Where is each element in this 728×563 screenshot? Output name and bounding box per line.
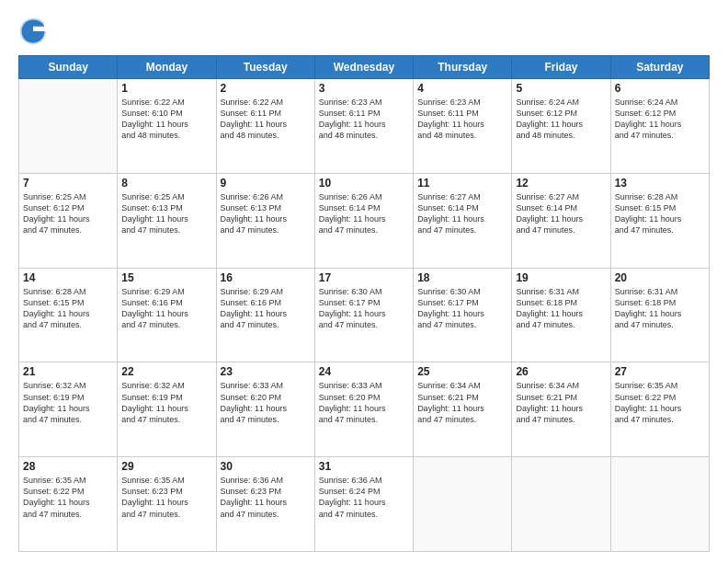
cell-info: Sunrise: 6:36 AM Sunset: 6:23 PM Dayligh…	[221, 475, 311, 520]
calendar-week-2: 7Sunrise: 6:25 AM Sunset: 6:12 PM Daylig…	[19, 173, 710, 268]
day-number: 23	[221, 365, 311, 378]
calendar-cell: 8Sunrise: 6:25 AM Sunset: 6:13 PM Daylig…	[118, 173, 216, 268]
calendar-cell	[610, 457, 709, 552]
cell-info: Sunrise: 6:23 AM Sunset: 6:11 PM Dayligh…	[417, 97, 507, 142]
calendar-cell: 9Sunrise: 6:26 AM Sunset: 6:13 PM Daylig…	[216, 173, 314, 268]
calendar-cell: 29Sunrise: 6:35 AM Sunset: 6:23 PM Dayli…	[118, 457, 216, 552]
day-number: 25	[417, 365, 507, 378]
calendar-week-3: 14Sunrise: 6:28 AM Sunset: 6:15 PM Dayli…	[19, 268, 710, 362]
day-number: 19	[516, 271, 606, 284]
calendar-cell: 18Sunrise: 6:30 AM Sunset: 6:17 PM Dayli…	[414, 268, 512, 362]
calendar-cell: 23Sunrise: 6:33 AM Sunset: 6:20 PM Dayli…	[216, 362, 314, 457]
day-number: 22	[121, 365, 211, 378]
calendar-table: SundayMondayTuesdayWednesdayThursdayFrid…	[18, 55, 710, 552]
cell-info: Sunrise: 6:32 AM Sunset: 6:19 PM Dayligh…	[121, 380, 211, 425]
day-number: 31	[319, 460, 409, 473]
cell-info: Sunrise: 6:35 AM Sunset: 6:22 PM Dayligh…	[23, 475, 113, 520]
day-number: 13	[615, 177, 705, 190]
logo-icon	[18, 17, 48, 46]
calendar-cell: 20Sunrise: 6:31 AM Sunset: 6:18 PM Dayli…	[610, 268, 709, 362]
calendar-cell	[512, 457, 610, 552]
calendar-cell: 28Sunrise: 6:35 AM Sunset: 6:22 PM Dayli…	[19, 457, 118, 552]
day-number: 1	[121, 82, 211, 95]
day-header-sunday: Sunday	[19, 56, 118, 79]
cell-info: Sunrise: 6:30 AM Sunset: 6:17 PM Dayligh…	[417, 286, 507, 331]
cell-info: Sunrise: 6:31 AM Sunset: 6:18 PM Dayligh…	[516, 286, 606, 331]
day-header-monday: Monday	[118, 56, 216, 79]
calendar-cell: 4Sunrise: 6:23 AM Sunset: 6:11 PM Daylig…	[414, 79, 512, 174]
page: SundayMondayTuesdayWednesdayThursdayFrid…	[0, 0, 728, 563]
cell-info: Sunrise: 6:36 AM Sunset: 6:24 PM Dayligh…	[319, 475, 409, 520]
cell-info: Sunrise: 6:35 AM Sunset: 6:22 PM Dayligh…	[615, 380, 705, 425]
calendar-cell: 16Sunrise: 6:29 AM Sunset: 6:16 PM Dayli…	[216, 268, 314, 362]
calendar-cell: 30Sunrise: 6:36 AM Sunset: 6:23 PM Dayli…	[216, 457, 314, 552]
cell-info: Sunrise: 6:34 AM Sunset: 6:21 PM Dayligh…	[516, 380, 606, 425]
calendar-cell: 24Sunrise: 6:33 AM Sunset: 6:20 PM Dayli…	[314, 362, 413, 457]
header	[18, 17, 710, 46]
day-number: 7	[23, 177, 113, 190]
cell-info: Sunrise: 6:27 AM Sunset: 6:14 PM Dayligh…	[516, 191, 606, 236]
calendar-cell: 7Sunrise: 6:25 AM Sunset: 6:12 PM Daylig…	[19, 173, 118, 268]
header-row: SundayMondayTuesdayWednesdayThursdayFrid…	[19, 56, 710, 79]
day-number: 4	[417, 82, 507, 95]
calendar-cell: 26Sunrise: 6:34 AM Sunset: 6:21 PM Dayli…	[512, 362, 610, 457]
calendar-cell: 27Sunrise: 6:35 AM Sunset: 6:22 PM Dayli…	[610, 362, 709, 457]
day-number: 26	[516, 365, 606, 378]
cell-info: Sunrise: 6:30 AM Sunset: 6:17 PM Dayligh…	[319, 286, 409, 331]
day-number: 21	[23, 365, 113, 378]
cell-info: Sunrise: 6:22 AM Sunset: 6:11 PM Dayligh…	[221, 97, 311, 142]
calendar-cell: 13Sunrise: 6:28 AM Sunset: 6:15 PM Dayli…	[610, 173, 709, 268]
cell-info: Sunrise: 6:29 AM Sunset: 6:16 PM Dayligh…	[221, 286, 311, 331]
day-number: 3	[319, 82, 409, 95]
calendar-cell	[19, 79, 118, 174]
calendar-cell: 21Sunrise: 6:32 AM Sunset: 6:19 PM Dayli…	[19, 362, 118, 457]
day-number: 24	[319, 365, 409, 378]
day-number: 12	[516, 177, 606, 190]
day-number: 17	[319, 271, 409, 284]
calendar-cell	[414, 457, 512, 552]
day-number: 15	[121, 271, 211, 284]
day-header-saturday: Saturday	[610, 56, 709, 79]
cell-info: Sunrise: 6:25 AM Sunset: 6:12 PM Dayligh…	[23, 191, 113, 236]
calendar-cell: 3Sunrise: 6:23 AM Sunset: 6:11 PM Daylig…	[314, 79, 413, 174]
day-number: 9	[221, 177, 311, 190]
logo	[18, 17, 53, 46]
day-header-tuesday: Tuesday	[216, 56, 314, 79]
day-number: 10	[319, 177, 409, 190]
calendar-cell: 22Sunrise: 6:32 AM Sunset: 6:19 PM Dayli…	[118, 362, 216, 457]
day-number: 18	[417, 271, 507, 284]
calendar-cell: 31Sunrise: 6:36 AM Sunset: 6:24 PM Dayli…	[314, 457, 413, 552]
calendar-cell: 10Sunrise: 6:26 AM Sunset: 6:14 PM Dayli…	[314, 173, 413, 268]
day-number: 16	[221, 271, 311, 284]
calendar-cell: 6Sunrise: 6:24 AM Sunset: 6:12 PM Daylig…	[610, 79, 709, 174]
calendar-cell: 5Sunrise: 6:24 AM Sunset: 6:12 PM Daylig…	[512, 79, 610, 174]
cell-info: Sunrise: 6:23 AM Sunset: 6:11 PM Dayligh…	[319, 97, 409, 142]
cell-info: Sunrise: 6:33 AM Sunset: 6:20 PM Dayligh…	[319, 380, 409, 425]
day-number: 14	[23, 271, 113, 284]
day-number: 28	[23, 460, 113, 473]
cell-info: Sunrise: 6:35 AM Sunset: 6:23 PM Dayligh…	[121, 475, 211, 520]
cell-info: Sunrise: 6:24 AM Sunset: 6:12 PM Dayligh…	[615, 97, 705, 142]
day-number: 5	[516, 82, 606, 95]
cell-info: Sunrise: 6:34 AM Sunset: 6:21 PM Dayligh…	[417, 380, 507, 425]
cell-info: Sunrise: 6:28 AM Sunset: 6:15 PM Dayligh…	[615, 191, 705, 236]
cell-info: Sunrise: 6:28 AM Sunset: 6:15 PM Dayligh…	[23, 286, 113, 331]
day-number: 2	[221, 82, 311, 95]
calendar-week-1: 1Sunrise: 6:22 AM Sunset: 6:10 PM Daylig…	[19, 79, 710, 174]
day-header-friday: Friday	[512, 56, 610, 79]
day-number: 30	[221, 460, 311, 473]
day-number: 27	[615, 365, 705, 378]
cell-info: Sunrise: 6:29 AM Sunset: 6:16 PM Dayligh…	[121, 286, 211, 331]
calendar-cell: 2Sunrise: 6:22 AM Sunset: 6:11 PM Daylig…	[216, 79, 314, 174]
cell-info: Sunrise: 6:33 AM Sunset: 6:20 PM Dayligh…	[221, 380, 311, 425]
calendar-cell: 11Sunrise: 6:27 AM Sunset: 6:14 PM Dayli…	[414, 173, 512, 268]
cell-info: Sunrise: 6:24 AM Sunset: 6:12 PM Dayligh…	[516, 97, 606, 142]
day-number: 11	[417, 177, 507, 190]
day-number: 29	[121, 460, 211, 473]
cell-info: Sunrise: 6:31 AM Sunset: 6:18 PM Dayligh…	[615, 286, 705, 331]
calendar-week-5: 28Sunrise: 6:35 AM Sunset: 6:22 PM Dayli…	[19, 457, 710, 552]
calendar-cell: 19Sunrise: 6:31 AM Sunset: 6:18 PM Dayli…	[512, 268, 610, 362]
calendar-cell: 15Sunrise: 6:29 AM Sunset: 6:16 PM Dayli…	[118, 268, 216, 362]
calendar-cell: 14Sunrise: 6:28 AM Sunset: 6:15 PM Dayli…	[19, 268, 118, 362]
cell-info: Sunrise: 6:27 AM Sunset: 6:14 PM Dayligh…	[417, 191, 507, 236]
